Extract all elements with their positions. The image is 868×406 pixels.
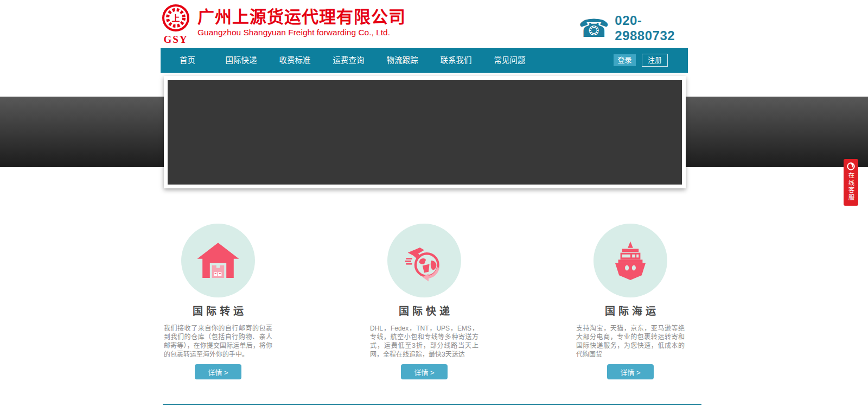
svg-text:GSY: GSY — [163, 34, 188, 45]
brand-text: 广州上源货运代理有限公司 Guangzhou Shangyuan Freight… — [197, 4, 406, 37]
nav-item-international-express[interactable]: 国际快递 — [214, 48, 268, 73]
nav-item-freight-query[interactable]: 运费查询 — [322, 48, 375, 73]
site-header: 上 GSY 广州上源货运代理有限公司 Guangzhou Shangyuan F… — [161, 0, 688, 48]
service-card-sea-freight: 国际海运 支持淘宝，天猫，京东，亚马逊等绝大部分电商，专业的包裹转运转寄和国际快… — [576, 224, 685, 379]
phone-number: 020-29880732 — [615, 13, 688, 43]
nav-item-contact[interactable]: 联系我们 — [429, 48, 483, 73]
detail-button-sea-freight[interactable]: 详情 > — [607, 364, 654, 379]
nav-item-faq[interactable]: 常见问题 — [483, 48, 537, 73]
service-description: 我们接收了来自你的自行邮寄的包裹到我们的仓库（包括自行购物、亲人邮寄等），在你提… — [164, 324, 272, 359]
service-card-express: 国际快递 DHL，Fedex，TNT，UPS，EMS，专线，航空小包和专线等多种… — [370, 224, 478, 379]
nav-item-tracking[interactable]: 物流跟踪 — [375, 48, 429, 73]
banner-card — [164, 76, 686, 188]
company-seal-icon: 上 GSY — [161, 4, 191, 45]
banner-carousel — [168, 80, 682, 185]
qq-icon — [846, 162, 856, 171]
telephone-icon: ☎ — [578, 16, 609, 41]
service-description: DHL，Fedex，TNT，UPS，EMS，专线，航空小包和专线等多种寄送方式，… — [370, 324, 478, 359]
company-name-en: Guangzhou Shangyuan Freight forwarding C… — [197, 28, 406, 37]
nav-item-home[interactable]: 首页 — [161, 48, 214, 73]
nav-item-pricing[interactable]: 收费标准 — [268, 48, 322, 73]
footer-divider — [163, 404, 701, 405]
warehouse-icon — [196, 239, 240, 282]
detail-button-transshipment[interactable]: 详情 > — [195, 364, 241, 379]
register-button[interactable]: 注册 — [642, 54, 668, 67]
header-phone: ☎ 020-29880732 — [578, 13, 688, 43]
login-button[interactable]: 登录 — [614, 54, 636, 66]
service-title: 国际海运 — [576, 303, 685, 318]
online-service-tab[interactable]: 在线客服 — [844, 159, 858, 206]
svg-text:上: 上 — [171, 14, 180, 23]
service-card-transshipment: 国际转运 我们接收了来自你的自行邮寄的包裹到我们的仓库（包括自行购物、亲人邮寄等… — [164, 224, 272, 379]
globe-plane-icon — [403, 239, 446, 282]
main-nav: 首页 国际快递 收费标准 运费查询 物流跟踪 联系我们 常见问题 登录 注册 — [161, 48, 688, 73]
service-icon-circle — [387, 224, 461, 297]
detail-button-express[interactable]: 详情 > — [401, 364, 448, 379]
company-name-zh: 广州上源货运代理有限公司 — [197, 8, 406, 27]
service-title: 国际快递 — [370, 303, 478, 318]
service-title: 国际转运 — [164, 303, 272, 318]
service-description: 支持淘宝，天猫，京东，亚马逊等绝大部分电商，专业的包裹转运转寄和国际快递服务，为… — [576, 324, 685, 359]
ship-icon — [609, 239, 652, 282]
service-icon-circle — [593, 224, 667, 297]
services-section: 国际转运 我们接收了来自你的自行邮寄的包裹到我们的仓库（包括自行购物、亲人邮寄等… — [161, 224, 688, 379]
service-icon-circle — [181, 224, 255, 297]
online-service-label: 在线客服 — [847, 172, 856, 201]
